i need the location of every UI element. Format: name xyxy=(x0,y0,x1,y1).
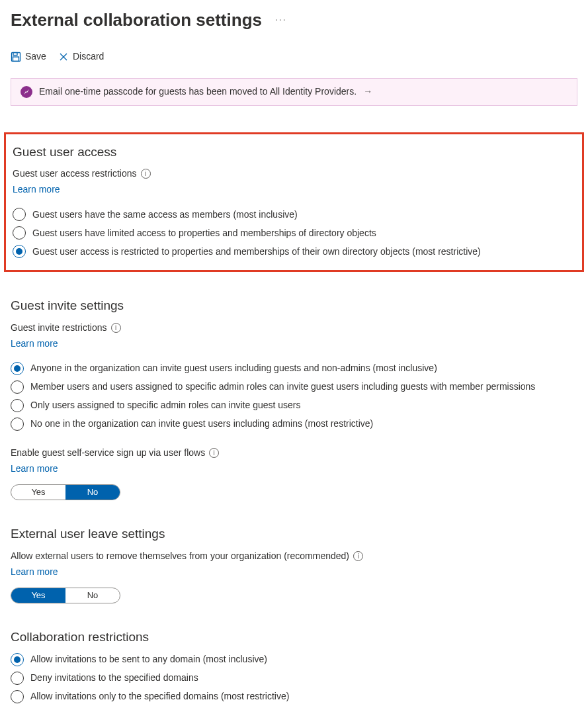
learn-more-link[interactable]: Learn more xyxy=(11,566,58,579)
guest-invite-radio-group: Anyone in the organization can invite gu… xyxy=(11,362,577,431)
toggle-option-yes[interactable]: Yes xyxy=(11,588,65,603)
learn-more-link[interactable]: Learn more xyxy=(13,183,60,197)
section-collab-restrictions: Collaboration restrictions Allow invitat… xyxy=(11,629,577,703)
collab-radio-group: Allow invitations to be sent to any doma… xyxy=(11,653,577,703)
navigate-icon xyxy=(21,86,32,98)
arrow-right-icon: → xyxy=(363,85,372,99)
field-label: Enable guest self-service sign up via us… xyxy=(11,447,205,460)
radio-label: Guest user access is restricted to prope… xyxy=(32,245,481,259)
discard-label: Discard xyxy=(73,50,104,64)
radio-option[interactable]: No one in the organization can invite gu… xyxy=(11,418,577,431)
field-label: Allow external users to remove themselve… xyxy=(11,550,349,563)
radio-icon xyxy=(11,380,24,394)
section-heading: Guest user access xyxy=(13,144,575,161)
section-guest-invite: Guest invite settings Guest invite restr… xyxy=(11,297,577,500)
radio-option[interactable]: Allow invitations to be sent to any doma… xyxy=(11,653,577,666)
radio-icon xyxy=(11,653,24,666)
info-icon[interactable]: i xyxy=(209,448,219,458)
banner-text: Email one-time passcode for guests has b… xyxy=(39,85,357,99)
page-title: External collaboration settings xyxy=(11,8,262,32)
radio-option[interactable]: Allow invitations only to the specified … xyxy=(11,690,577,703)
info-banner[interactable]: Email one-time passcode for guests has b… xyxy=(11,78,577,106)
info-icon[interactable]: i xyxy=(111,323,121,333)
radio-label: Guest users have the same access as memb… xyxy=(32,208,298,222)
radio-label: Guest users have limited access to prope… xyxy=(32,227,376,240)
close-icon xyxy=(58,52,69,62)
learn-more-link[interactable]: Learn more xyxy=(11,463,58,476)
radio-icon xyxy=(11,399,24,412)
radio-option[interactable]: Anyone in the organization can invite gu… xyxy=(11,362,577,375)
svg-rect-1 xyxy=(13,53,17,56)
radio-icon xyxy=(13,208,26,221)
learn-more-link[interactable]: Learn more xyxy=(11,337,58,351)
info-icon[interactable]: i xyxy=(141,169,151,179)
radio-icon xyxy=(11,362,24,375)
radio-icon xyxy=(11,690,24,703)
section-heading: Collaboration restrictions xyxy=(11,629,577,646)
radio-option[interactable]: Deny invitations to the specified domain… xyxy=(11,672,577,685)
section-guest-user-access: Guest user access Guest user access rest… xyxy=(4,132,584,273)
radio-label: No one in the organization can invite gu… xyxy=(30,418,373,431)
radio-icon xyxy=(11,672,24,685)
section-heading: Guest invite settings xyxy=(11,297,577,315)
svg-rect-2 xyxy=(13,57,19,62)
toggle-option-yes[interactable]: Yes xyxy=(11,485,65,500)
radio-option[interactable]: Guest user access is restricted to prope… xyxy=(13,245,575,258)
radio-option[interactable]: Member users and users assigned to speci… xyxy=(11,380,577,394)
save-label: Save xyxy=(25,50,46,64)
guest-access-radio-group: Guest users have the same access as memb… xyxy=(13,208,575,258)
radio-label: Deny invitations to the specified domain… xyxy=(30,672,198,685)
radio-label: Member users and users assigned to speci… xyxy=(30,380,535,394)
radio-label: Allow invitations to be sent to any doma… xyxy=(30,653,267,666)
radio-label: Anyone in the organization can invite gu… xyxy=(30,362,437,375)
radio-option[interactable]: Only users assigned to specific admin ro… xyxy=(11,399,577,412)
save-button[interactable]: Save xyxy=(11,49,46,65)
radio-option[interactable]: Guest users have limited access to prope… xyxy=(13,226,575,240)
info-icon[interactable]: i xyxy=(353,551,363,561)
radio-icon xyxy=(13,226,26,240)
leave-toggle[interactable]: YesNo xyxy=(11,588,120,603)
discard-button[interactable]: Discard xyxy=(58,49,104,65)
field-label: Guest invite restrictions xyxy=(11,322,107,335)
radio-label: Allow invitations only to the specified … xyxy=(30,690,289,703)
radio-label: Only users assigned to specific admin ro… xyxy=(30,399,301,412)
radio-icon xyxy=(13,245,26,258)
section-external-leave: External user leave settings Allow exter… xyxy=(11,525,577,603)
toggle-option-no[interactable]: No xyxy=(65,485,120,500)
save-icon xyxy=(11,52,21,62)
more-actions-button[interactable]: ··· xyxy=(275,13,287,26)
field-label: Guest user access restrictions xyxy=(13,167,137,181)
command-bar: Save Discard xyxy=(11,49,577,65)
radio-icon xyxy=(11,418,24,431)
toggle-option-no[interactable]: No xyxy=(65,588,120,603)
self-service-toggle[interactable]: YesNo xyxy=(11,484,120,500)
radio-option[interactable]: Guest users have the same access as memb… xyxy=(13,208,575,221)
section-heading: External user leave settings xyxy=(11,525,577,543)
